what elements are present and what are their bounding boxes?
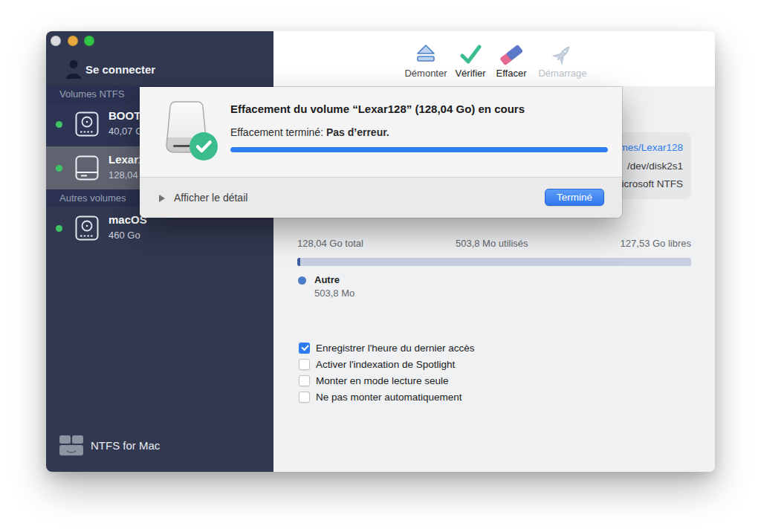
toolbar-label: Vérifier (450, 68, 491, 79)
usage-total: 128,04 Go total (297, 238, 363, 249)
eject-icon (415, 43, 437, 65)
status-dot (56, 225, 62, 232)
dialog-footer: Afficher le détail Terminé (140, 177, 622, 218)
internal-drive-icon (75, 215, 99, 241)
dialog-title: Effacement du volume “Lexar128” (128,04 … (230, 103, 525, 115)
desktop-background: Se connecter Volumes NTFS BOOTC 40,07 G (0, 0, 761, 532)
toolbar-button-startup[interactable]: Démarrage (535, 43, 590, 83)
zoom-button[interactable] (84, 36, 94, 46)
external-drive-icon (75, 155, 99, 181)
legend-label: Autre (314, 274, 340, 285)
volume-size: 128,04 (109, 169, 138, 181)
checkbox[interactable] (299, 343, 310, 354)
usage-bar (297, 258, 691, 266)
rocket-icon (551, 43, 574, 65)
toolbar-label: Démarrage (535, 68, 590, 79)
mount-point-link[interactable]: umes/Lexar128 (614, 142, 683, 153)
usage-used: 503,8 Mo utilisés (456, 238, 528, 249)
toolbar-button-unmount[interactable]: Démonter (400, 43, 452, 83)
checkbox[interactable] (299, 375, 310, 386)
disclosure-triangle-icon (159, 195, 165, 202)
erase-progress-dialog: Effacement du volume “Lexar128” (128,04 … (140, 87, 622, 218)
checkbox[interactable] (299, 359, 310, 370)
checkbox[interactable] (299, 392, 310, 403)
usage-free: 127,53 Go libres (621, 238, 691, 249)
usage-bar-used-segment (297, 258, 300, 266)
progress-bar (230, 147, 608, 152)
user-icon (65, 59, 82, 79)
toolbar: Démonter Vérifier Effacer (273, 31, 715, 86)
minimize-button[interactable] (68, 36, 78, 46)
toolbar-label: Effacer (492, 68, 531, 79)
status-dot (56, 121, 62, 128)
toolbar-button-verify[interactable]: Vérifier (450, 43, 491, 83)
app-brand-label: NTFS for Mac (91, 439, 160, 452)
drive-stack-icon (59, 435, 83, 455)
toolbar-label: Démonter (400, 68, 452, 79)
login-label: Se connecter (85, 63, 155, 76)
status-dot (56, 165, 62, 172)
close-button[interactable] (51, 36, 61, 46)
dialog-status: Effacement terminé: Pas d’erreur. (230, 126, 389, 138)
legend-dot-icon (298, 276, 306, 285)
app-window: Se connecter Volumes NTFS BOOTC 40,07 G (46, 31, 715, 472)
internal-drive-icon (75, 111, 99, 137)
done-button[interactable]: Terminé (545, 189, 604, 206)
eraser-icon (500, 43, 522, 65)
external-drive-with-green-check-icon (153, 97, 221, 166)
toolbar-button-erase[interactable]: Effacer (492, 43, 531, 83)
device-path: /dev/disk2s1 (627, 160, 683, 172)
progress-bar-fill (230, 147, 608, 152)
usage-stats-row: 128,04 Go total 503,8 Mo utilisés 127,53… (297, 238, 691, 249)
app-brand: NTFS for Mac (46, 431, 273, 464)
checkmark-icon (459, 43, 482, 65)
legend-value: 503,8 Mo (314, 288, 354, 299)
volume-size: 460 Go (109, 230, 140, 241)
filesystem-name: Microsoft NTFS (613, 178, 683, 189)
login-button[interactable]: Se connecter (46, 53, 273, 86)
volume-size: 40,07 G (109, 126, 143, 137)
